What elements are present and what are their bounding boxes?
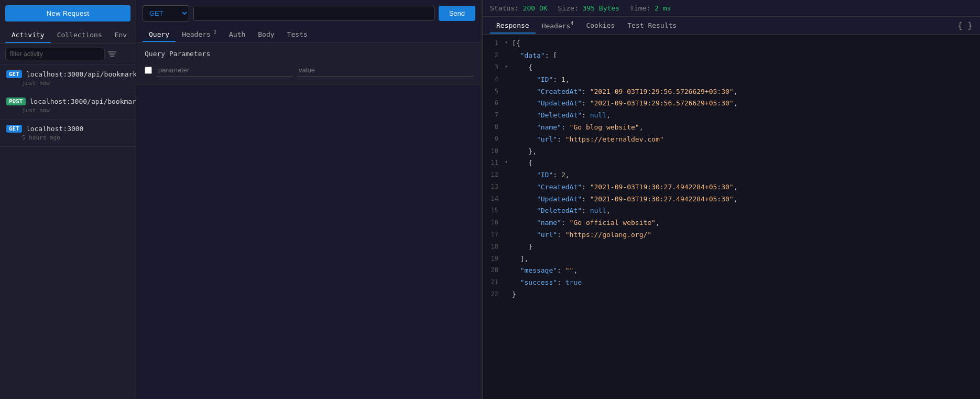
- code-line: 7 "DeletedAt": null,: [483, 110, 980, 122]
- sidebar: New Request Activity Collections Env GET…: [0, 0, 136, 399]
- new-request-button[interactable]: New Request: [5, 5, 130, 21]
- code-line: 21 "success": true: [483, 277, 980, 289]
- code-line: 8 "name": "Go blog website",: [483, 122, 980, 134]
- activity-item[interactable]: GET localhost:3000/api/bookmark just now: [0, 65, 136, 92]
- sidebar-tab-activity[interactable]: Activity: [5, 27, 51, 43]
- activity-list: GET localhost:3000/api/bookmark just now…: [0, 65, 136, 399]
- code-line: 14 "UpdatedAt": "2021-09-03T19:30:27.494…: [483, 193, 980, 206]
- item-url: localhost:3000: [26, 125, 84, 133]
- app-layout: New Request Activity Collections Env GET…: [0, 0, 980, 399]
- response-panel: Status: 200 OK Size: 395 Bytes Time: 2 m…: [482, 0, 980, 399]
- item-time: just now: [22, 107, 129, 114]
- sidebar-tab-env[interactable]: Env: [108, 27, 133, 43]
- filter-row: [0, 44, 136, 65]
- status-bar: Status: 200 OK Size: 395 Bytes Time: 2 m…: [483, 0, 980, 17]
- item-time: 5 hours ago: [22, 134, 129, 141]
- code-line: 18 }: [483, 241, 980, 253]
- item-time: just now: [22, 80, 129, 87]
- status-label: Status: 200 OK: [490, 4, 548, 12]
- request-tabs: Query Headers 2 Auth Body Tests: [136, 27, 482, 42]
- code-line: 6 "UpdatedAt": "2021-09-03T19:29:56.5726…: [483, 98, 980, 110]
- code-line: 19 ],: [483, 253, 980, 265]
- code-line: 5 "CreatedAt": "2021-09-03T19:29:56.5726…: [483, 86, 980, 98]
- code-line: 9 "url": "https://eternaldev.com": [483, 134, 980, 146]
- param-checkbox[interactable]: [145, 67, 152, 74]
- filter-input[interactable]: [5, 48, 105, 60]
- method-badge: POST: [6, 98, 26, 105]
- tab-headers[interactable]: Headers 2: [176, 27, 223, 42]
- item-url: localhost:3000/api/bookmark: [26, 70, 136, 78]
- code-line: 12 "ID": 2,: [483, 169, 980, 181]
- tab-query[interactable]: Query: [143, 27, 176, 42]
- request-panel: GET POST PUT DELETE http://localhost:300…: [136, 0, 482, 399]
- url-input[interactable]: http://localhost:3000/api/bookmark: [193, 6, 434, 21]
- param-key-input[interactable]: [156, 64, 292, 77]
- status-value: 200 OK: [523, 4, 548, 12]
- code-line: 13 "CreatedAt": "2021-09-03T19:30:27.494…: [483, 181, 980, 193]
- method-badge: GET: [6, 70, 22, 78]
- send-button[interactable]: Send: [439, 6, 475, 21]
- resp-tab-headers[interactable]: Headers4: [536, 17, 580, 34]
- tab-auth[interactable]: Auth: [223, 27, 252, 42]
- code-line: 20 "message": "",: [483, 265, 980, 277]
- query-area: Query Parameters: [136, 42, 482, 84]
- code-line: 15 "DeletedAt": null,: [483, 205, 980, 217]
- item-url: localhost:3000/api/bookmark: [30, 98, 136, 105]
- code-line: 10 },: [483, 146, 980, 158]
- response-tabs: Response Headers4 Cookies Test Results {…: [483, 17, 980, 35]
- code-viewer: 1▾[{2 "data": [3▾ {4 "ID": 1,5 "CreatedA…: [483, 35, 980, 399]
- code-line: 11▾ {: [483, 157, 980, 169]
- code-line: 1▾[{: [483, 38, 980, 50]
- param-row: [145, 64, 473, 77]
- resp-tab-response[interactable]: Response: [490, 17, 536, 34]
- url-bar: GET POST PUT DELETE http://localhost:300…: [136, 0, 482, 27]
- time-label: Time: 2 ms: [630, 4, 671, 12]
- time-value: 2 ms: [655, 4, 671, 12]
- activity-item[interactable]: POST localhost:3000/api/bookmark just no…: [0, 92, 136, 120]
- param-value-input[interactable]: [297, 64, 473, 77]
- method-select[interactable]: GET POST PUT DELETE: [143, 5, 189, 21]
- code-line: 22 }: [483, 289, 980, 301]
- code-line: 2 "data": [: [483, 50, 980, 62]
- right-panel: GET POST PUT DELETE http://localhost:300…: [136, 0, 980, 399]
- query-title: Query Parameters: [145, 50, 473, 58]
- tab-tests[interactable]: Tests: [281, 27, 314, 42]
- code-line: 16 "name": "Go official website",: [483, 217, 980, 229]
- sidebar-tabs: Activity Collections Env: [0, 27, 136, 44]
- tab-body[interactable]: Body: [252, 27, 280, 42]
- size-value: 395 Bytes: [583, 4, 619, 12]
- sidebar-tab-collections[interactable]: Collections: [51, 27, 108, 43]
- resp-tab-cookies[interactable]: Cookies: [580, 17, 621, 34]
- code-line: 4 "ID": 1,: [483, 74, 980, 86]
- panels-container: GET POST PUT DELETE http://localhost:300…: [136, 0, 980, 399]
- activity-item[interactable]: GET localhost:3000 5 hours ago: [0, 120, 136, 147]
- resp-tab-test-results[interactable]: Test Results: [621, 17, 683, 34]
- code-line: 17 "url": "https://golang.org/": [483, 229, 980, 241]
- method-badge: GET: [6, 125, 22, 133]
- format-toggle-button[interactable]: { }: [957, 20, 973, 30]
- filter-options-button[interactable]: [108, 51, 116, 57]
- code-line: 3▾ {: [483, 62, 980, 74]
- size-label: Size: 395 Bytes: [558, 4, 619, 12]
